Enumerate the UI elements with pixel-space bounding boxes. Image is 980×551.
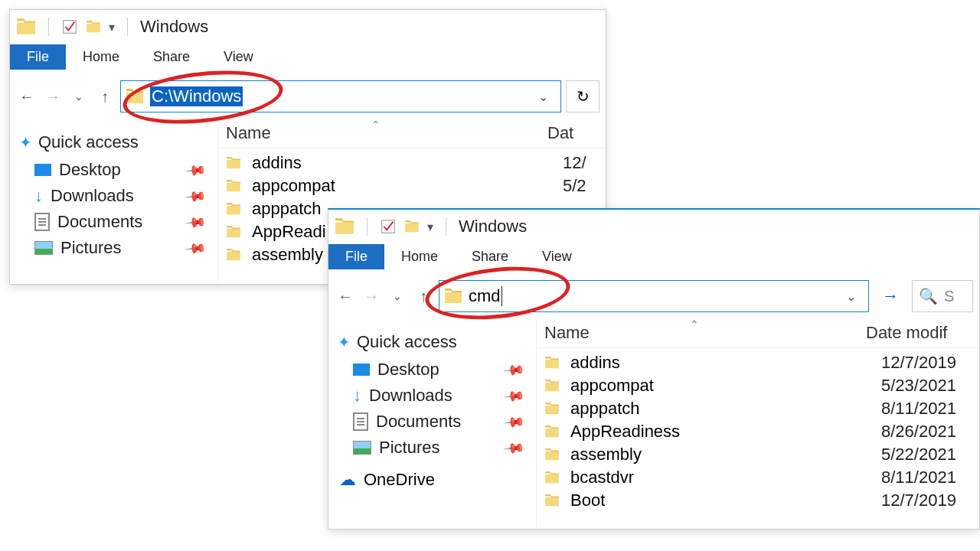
sidebar-item-label: Pictures [60,238,121,258]
refresh-button[interactable]: ↻ [566,80,599,112]
sidebar-item-desktop[interactable]: Desktop 📌 [13,157,214,183]
address-bar[interactable]: cmd ⌄ [439,280,869,312]
table-row[interactable]: apppatch8/11/2021 [537,397,979,420]
folder-icon [544,357,560,369]
folder-icon [544,448,560,461]
folder-icon [226,249,241,261]
tab-view[interactable]: View [207,44,270,70]
nav-pane[interactable]: ✦ Quick access Desktop 📌 ↓ Downloads 📌 D… [10,120,218,284]
nav-pane[interactable]: ✦ Quick access Desktop 📌 ↓ Downloads 📌 D… [328,320,537,529]
file-name: addins [252,153,563,173]
sidebar-item-desktop[interactable]: Desktop 📌 [332,357,533,383]
tab-file[interactable]: File [328,244,384,269]
pictures-icon [353,441,371,455]
address-bar[interactable]: C:\Windows ⌄ [120,80,561,112]
qat-properties-icon[interactable] [380,218,397,235]
go-button[interactable]: → [874,280,907,312]
sidebar-item-downloads[interactable]: ↓ Downloads 📌 [332,383,533,409]
qat-properties-icon[interactable] [61,18,78,35]
sort-indicator-icon: ⌃ [690,320,699,331]
file-name: bcastdvr [570,468,881,487]
table-row[interactable]: appcompat5/2 [218,174,606,197]
address-history-dropdown[interactable]: ⌄ [838,289,864,304]
file-date: 5/2 [563,176,606,196]
forward-button[interactable]: → [361,285,382,307]
sidebar-item-label: Pictures [379,438,439,458]
folder-icon [544,380,560,392]
file-name: AppReadiness [570,422,881,442]
pin-icon: 📌 [184,158,207,182]
file-name: assembly [570,445,881,465]
folder-icon [544,403,560,415]
desktop-icon [353,364,370,376]
column-headers[interactable]: ⌃ Name Dat [218,120,606,148]
window-title: Windows [140,17,208,37]
title-bar[interactable]: ▾ Windows [10,10,606,44]
tab-view[interactable]: View [525,244,589,269]
sidebar-item-pictures[interactable]: Pictures 📌 [13,235,214,261]
tab-home[interactable]: Home [66,44,136,70]
quick-access[interactable]: ✦ Quick access [332,328,533,357]
back-button[interactable]: ← [335,285,356,307]
qat-folder-icon[interactable] [404,220,420,233]
search-box[interactable]: 🔍 S [912,280,973,312]
tab-share[interactable]: Share [136,44,207,70]
qat-dropdown-icon[interactable]: ▾ [427,220,433,234]
folder-icon [544,471,560,484]
folder-icon [16,18,36,35]
quick-access[interactable]: ✦ Quick access [13,128,214,157]
cloud-icon: ☁ [339,470,356,490]
qat-dropdown-icon[interactable]: ▾ [109,20,115,34]
column-date[interactable]: Date modif [866,323,979,343]
sidebar-item-label: Downloads [51,186,134,206]
qat-folder-icon[interactable] [86,21,101,33]
table-row[interactable]: addins12/ [218,152,606,174]
back-button[interactable]: ← [16,86,38,107]
column-name[interactable]: Name [544,323,866,343]
address-history-dropdown[interactable]: ⌄ [531,90,556,104]
column-date[interactable]: Dat [547,123,606,143]
folder-icon [226,226,241,238]
downloads-icon: ↓ [34,186,43,206]
nav-bar: ← → ⌄ ↑ cmd ⌄ → 🔍 S [328,269,979,320]
file-list[interactable]: ⌃ Name Date modif addins12/7/2019appcomp… [537,320,979,529]
sidebar-item-onedrive[interactable]: ☁ OneDrive [332,461,533,493]
pin-icon: 📌 [502,384,526,408]
address-text[interactable]: C:\Windows [150,86,243,106]
tab-home[interactable]: Home [384,244,455,269]
sidebar-item-documents[interactable]: Documents 📌 [332,409,533,435]
address-text[interactable]: cmd [469,286,502,306]
recent-dropdown[interactable]: ⌄ [68,86,90,107]
sidebar-item-downloads[interactable]: ↓ Downloads 📌 [13,183,214,209]
pin-icon: 📌 [184,184,207,208]
table-row[interactable]: Boot12/7/2019 [537,489,979,512]
column-headers[interactable]: ⌃ Name Date modif [537,320,979,348]
file-date: 8/11/2021 [881,468,979,487]
table-row[interactable]: bcastdvr8/11/2021 [537,466,979,489]
table-row[interactable]: appcompat5/23/2021 [537,374,979,397]
column-name[interactable]: Name [226,123,547,143]
up-button[interactable]: ↑ [94,86,116,107]
file-date: 12/7/2019 [881,353,979,373]
sidebar-item-label: Downloads [369,386,452,406]
sidebar-item-pictures[interactable]: Pictures 📌 [332,435,533,461]
file-date: 12/7/2019 [881,491,979,510]
table-row[interactable]: addins12/7/2019 [537,351,979,374]
forward-button[interactable]: → [42,86,64,107]
file-date: 5/23/2021 [881,376,979,396]
file-name: apppatch [570,399,881,419]
file-name: appcompat [252,176,563,196]
recent-dropdown[interactable]: ⌄ [387,285,408,307]
desktop-icon [34,164,51,176]
title-bar[interactable]: ▾ Windows [328,210,979,243]
documents-icon [353,412,368,431]
tab-share[interactable]: Share [455,244,525,269]
sidebar-item-documents[interactable]: Documents 📌 [13,209,214,235]
tab-file[interactable]: File [10,44,66,70]
table-row[interactable]: AppReadiness8/26/2021 [537,420,979,443]
pin-icon: 📌 [184,210,207,234]
folder-icon [544,494,560,507]
ribbon-tabs: File Home Share View [328,243,979,269]
table-row[interactable]: assembly5/22/2021 [537,443,979,466]
up-button[interactable]: ↑ [413,285,434,307]
